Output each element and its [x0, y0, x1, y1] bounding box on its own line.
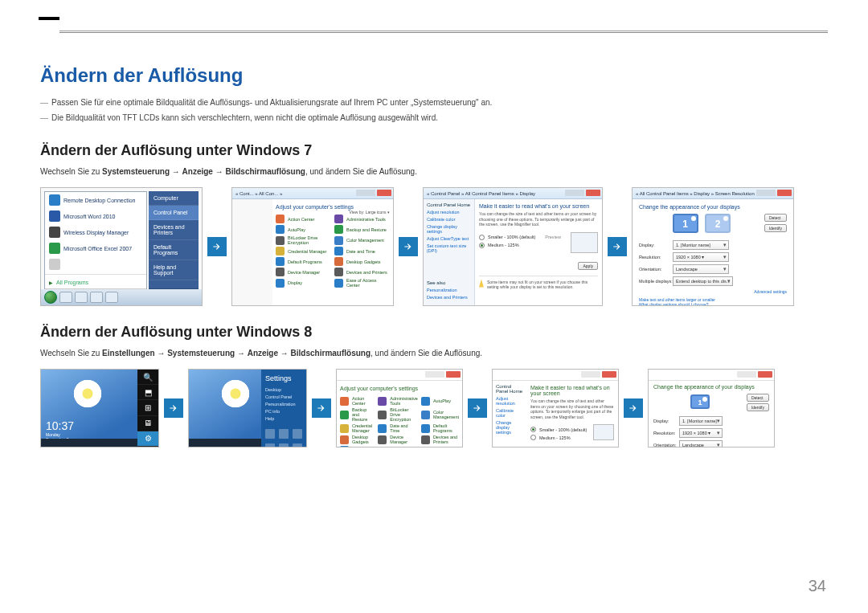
flower-wallpaper-icon: [72, 378, 104, 410]
sm-item[interactable]: Microsoft Office Excel 2007: [63, 246, 132, 251]
cp-item[interactable]: Desktop Gadgets: [334, 257, 390, 266]
cp-item[interactable]: Date and Time: [378, 423, 418, 433]
cp-item[interactable]: Devices and Printers: [421, 435, 459, 444]
taskbar-icon[interactable]: [105, 292, 118, 303]
cp-item[interactable]: Action Center: [276, 215, 331, 223]
radio-smaller[interactable]: Smaller - 100% (default): [530, 427, 587, 432]
cp-item[interactable]: Administrative Tools: [378, 396, 418, 406]
monitor-1-icon[interactable]: 1: [690, 394, 710, 409]
orientation-select[interactable]: Landscape: [679, 440, 723, 447]
cp-item[interactable]: Credential Manager: [276, 247, 331, 255]
sm-right-help[interactable]: Help and Support: [149, 260, 199, 280]
settings-item[interactable]: Personalization: [265, 402, 302, 407]
arrow-icon: [399, 237, 418, 256]
settings-item[interactable]: Desktop: [265, 387, 302, 392]
advanced-settings-link[interactable]: Advanced settings: [639, 289, 787, 294]
close-icon[interactable]: [758, 371, 772, 378]
settings-item[interactable]: Help: [265, 416, 302, 421]
cp-item[interactable]: AutoPlay: [421, 396, 459, 406]
link[interactable]: Personalization: [427, 288, 468, 292]
close-icon[interactable]: [446, 371, 461, 378]
identify-button[interactable]: Identify: [764, 224, 787, 232]
start-orb-icon[interactable]: [44, 291, 57, 304]
resolution-select[interactable]: 1920 × 1080 ▾: [673, 252, 729, 262]
close-icon[interactable]: [602, 371, 616, 378]
sm-right-defaults[interactable]: Default Programs: [149, 240, 199, 260]
identify-button[interactable]: Identify: [747, 403, 769, 411]
win8-charms-shot: 10:37 MondaySeptember 3 🔍 ⬒ ⊞ 🖥 ⚙: [40, 369, 159, 447]
sm-item[interactable]: Remote Desktop Connection: [63, 198, 136, 203]
cp-item[interactable]: BitLocker Drive Encryption: [276, 235, 331, 245]
link[interactable]: Calibrate color: [496, 408, 523, 418]
cp-item[interactable]: Backup and Restore: [340, 407, 375, 422]
cp-item[interactable]: Devices and Printers: [334, 268, 390, 276]
link-adjust-resolution[interactable]: Adjust resolution: [496, 396, 523, 406]
link[interactable]: Adjust ClearType text: [427, 236, 471, 241]
monitor-1-icon[interactable]: 1: [673, 214, 698, 233]
display-sidebar: Control Panel Home Adjust resolution Cal…: [424, 199, 475, 305]
sm-right-devices[interactable]: Devices and Printers: [149, 220, 199, 240]
charm-start-icon[interactable]: ⊞: [137, 400, 158, 415]
display-select[interactable]: 1. [Monitor name]: [679, 416, 723, 426]
resolution-select[interactable]: 1920 × 1080 ▾: [679, 428, 723, 438]
cp-item[interactable]: Administrative Tools: [334, 215, 390, 223]
cp-item[interactable]: Color Management: [334, 235, 390, 245]
sm-item[interactable]: Microsoft Word 2010: [63, 214, 115, 219]
display-select[interactable]: 1. [Monitor name]: [673, 240, 729, 250]
settings-item-controlpanel[interactable]: Control Panel: [265, 394, 302, 399]
cp-item[interactable]: AutoPlay: [276, 225, 331, 234]
cp-item[interactable]: Color Management: [421, 407, 459, 422]
cp-item[interactable]: Default Programs: [276, 257, 331, 266]
win7-startmenu-shot: Remote Desktop Connection Microsoft Word…: [40, 187, 203, 306]
taskbar-icon[interactable]: [90, 292, 103, 303]
cp-item[interactable]: Device Manager: [276, 268, 331, 276]
radio-medium[interactable]: Medium - 125%: [479, 243, 561, 248]
arrow-icon: [624, 398, 643, 418]
orientation-select[interactable]: Landscape: [673, 264, 729, 274]
sm-right-computer[interactable]: Computer: [149, 191, 199, 206]
cp-item[interactable]: Ease of Access Center: [334, 278, 390, 288]
cp-item[interactable]: Default Programs: [421, 423, 459, 433]
cp-item[interactable]: Device Manager: [378, 435, 418, 444]
cp-item[interactable]: Credential Manager: [340, 423, 375, 433]
apply-button[interactable]: Apply: [578, 262, 598, 270]
charm-settings-icon[interactable]: ⚙: [137, 431, 158, 447]
cp-item[interactable]: Backup and Restore: [334, 225, 390, 234]
link-adjust-resolution[interactable]: Adjust resolution: [427, 210, 471, 215]
link[interactable]: What display settings should I choose?: [639, 302, 787, 306]
sm-item[interactable]: Wireless Display Manager: [63, 230, 129, 235]
sm-right-controlpanel[interactable]: Control Panel: [149, 206, 199, 220]
cp-item-display[interactable]: Display: [340, 446, 375, 447]
startmenu-left: Remote Desktop Connection Microsoft Word…: [44, 191, 147, 304]
all-programs[interactable]: All Programs: [45, 276, 146, 288]
close-icon[interactable]: [777, 190, 792, 196]
link[interactable]: Set custom text size (DPI): [427, 243, 471, 253]
cp-item[interactable]: BitLocker Drive Encryption: [378, 407, 418, 422]
monitor-2-icon[interactable]: 2: [705, 214, 731, 233]
detect-button[interactable]: Detect: [764, 214, 787, 222]
cp-item-display[interactable]: Display: [276, 278, 331, 288]
taskbar-icon[interactable]: [59, 292, 72, 303]
link[interactable]: Change display settings: [496, 420, 523, 435]
close-icon[interactable]: [377, 190, 391, 196]
link[interactable]: Calibrate color: [427, 217, 471, 222]
win7-screenshot-row: Remote Desktop Connection Microsoft Word…: [40, 187, 828, 306]
cp-item[interactable]: Desktop Gadgets: [340, 435, 375, 444]
charm-share-icon[interactable]: ⬒: [137, 385, 158, 400]
charm-search-icon[interactable]: 🔍: [137, 370, 158, 385]
cp-item[interactable]: Action Center: [340, 396, 375, 406]
multi-select[interactable]: Extend desktop to this dis...: [673, 276, 733, 286]
radio-medium[interactable]: Medium - 125%: [530, 435, 587, 440]
arrow-icon: [468, 398, 487, 418]
radio-smaller[interactable]: Smaller - 100% (default)Preview: [479, 235, 561, 240]
detect-button[interactable]: Detect: [747, 394, 769, 402]
link[interactable]: Devices and Printers: [427, 295, 468, 300]
settings-item[interactable]: PC info: [265, 409, 302, 414]
arrow-icon: [608, 237, 627, 256]
warning-icon: [479, 280, 484, 288]
close-icon[interactable]: [586, 190, 600, 196]
link[interactable]: Change display settings: [427, 224, 471, 234]
charm-devices-icon[interactable]: 🖥: [137, 416, 158, 431]
taskbar-icon[interactable]: [75, 292, 88, 303]
cp-item[interactable]: Date and Time: [334, 247, 390, 255]
